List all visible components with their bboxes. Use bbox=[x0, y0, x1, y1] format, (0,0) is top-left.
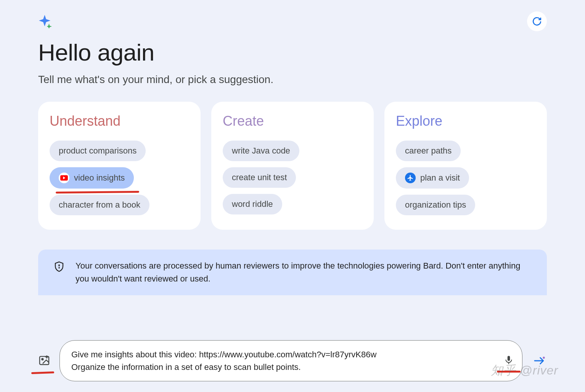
chip-organization-tips[interactable]: organization tips bbox=[396, 195, 475, 215]
prompt-input[interactable]: Give me insights about this video: https… bbox=[59, 340, 522, 381]
svg-point-4 bbox=[42, 358, 43, 360]
card-explore: Explore career paths plan a visit organi… bbox=[384, 102, 547, 230]
card-create-title: Create bbox=[223, 113, 362, 129]
chip-write-java-code[interactable]: write Java code bbox=[223, 141, 299, 161]
notice-text: Your conversations are processed by huma… bbox=[76, 259, 532, 285]
card-understand-title: Understand bbox=[50, 113, 189, 129]
send-button[interactable] bbox=[532, 353, 547, 368]
greeting-heading: Hello again bbox=[38, 39, 547, 66]
chip-character-from-book[interactable]: character from a book bbox=[50, 195, 149, 215]
svg-point-8 bbox=[543, 357, 545, 358]
microphone-button[interactable] bbox=[504, 355, 514, 366]
svg-rect-3 bbox=[40, 357, 49, 365]
shield-info-icon bbox=[53, 261, 65, 272]
input-row: Give me insights about this video: https… bbox=[38, 340, 547, 381]
chip-create-unit-test[interactable]: create unit test bbox=[223, 167, 296, 188]
card-explore-title: Explore bbox=[396, 113, 535, 129]
bard-sparkle-logo bbox=[38, 14, 53, 29]
youtube-icon bbox=[59, 173, 69, 183]
annotation-underline bbox=[31, 371, 54, 374]
card-create: Create write Java code create unit test … bbox=[211, 102, 374, 230]
chip-video-insights[interactable]: video insights bbox=[50, 167, 134, 189]
prompt-input-text: Give me insights about this video: https… bbox=[71, 348, 495, 373]
card-understand: Understand product comparisons video ins… bbox=[38, 102, 201, 230]
reset-chat-button[interactable] bbox=[527, 11, 547, 31]
privacy-notice: Your conversations are processed by huma… bbox=[38, 250, 547, 295]
image-upload-button[interactable] bbox=[38, 354, 50, 368]
chip-plan-a-visit[interactable]: plan a visit bbox=[396, 167, 469, 189]
subtitle-text: Tell me what's on your mind, or pick a s… bbox=[38, 74, 547, 86]
svg-point-1 bbox=[59, 265, 59, 266]
chip-product-comparisons[interactable]: product comparisons bbox=[50, 141, 146, 161]
plane-icon bbox=[405, 173, 416, 183]
annotation-underline bbox=[56, 191, 139, 194]
chip-career-paths[interactable]: career paths bbox=[396, 141, 461, 161]
annotation-underline bbox=[497, 371, 521, 373]
chip-word-riddle[interactable]: word riddle bbox=[223, 194, 282, 214]
suggestion-cards: Understand product comparisons video ins… bbox=[38, 102, 547, 230]
